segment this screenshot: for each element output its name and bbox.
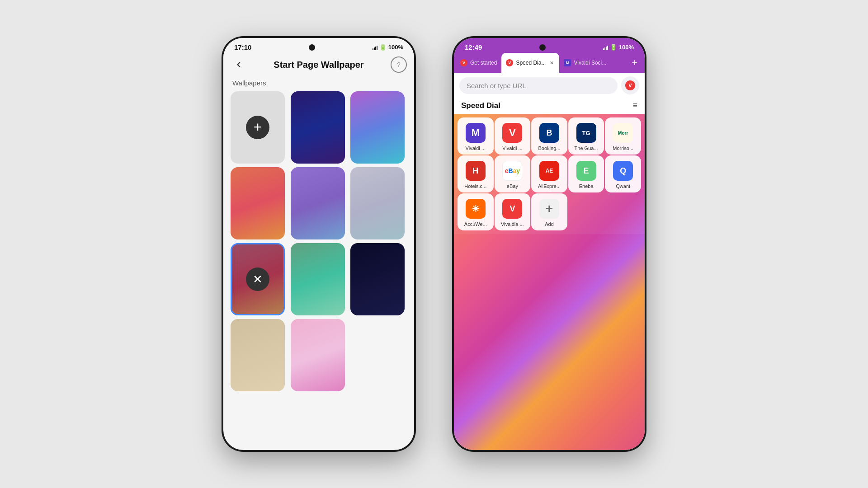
dial-item-aliexpress[interactable]: AE AliExpre...: [531, 155, 567, 192]
dial-label-4: The Gua...: [570, 145, 603, 151]
dial-item-morrisons[interactable]: Morr Morriso...: [605, 117, 641, 155]
dial-label-10: Qwant: [607, 183, 639, 189]
tab-label-3: Vivaldi Soci...: [574, 60, 606, 66]
filter-icon[interactable]: ≡: [632, 101, 637, 110]
dial-label-9: Eneba: [570, 183, 603, 189]
battery-icon-left: 🔋: [379, 44, 387, 51]
tab-label-2: Speed Dia...: [516, 60, 546, 66]
wallpaper-tile-2[interactable]: [350, 91, 405, 164]
help-button[interactable]: ?: [391, 56, 407, 73]
tab-close-button[interactable]: ✕: [548, 60, 555, 66]
dial-label-12: Vivaldia ...: [496, 221, 529, 227]
dial-icon-vivaldi1: V: [502, 123, 522, 143]
dial-item-ebay[interactable]: eBay eBay: [495, 155, 531, 192]
signal-icon-right: [603, 45, 608, 50]
speed-dial-header: Speed Dial ≡: [454, 98, 645, 114]
dial-item-eneba[interactable]: E Eneba: [568, 155, 604, 192]
status-time-right: 12:49: [465, 43, 482, 51]
dial-label-8: AliExpre...: [533, 183, 566, 189]
dial-label-6: Hotels.c...: [459, 183, 492, 189]
status-icons-right: 🔋 100%: [603, 44, 634, 51]
speed-dial-grid: M Vivaldi ... V Vivaldi ... B Booking...…: [454, 114, 645, 234]
dial-item-qwant[interactable]: Q Qwant: [605, 155, 641, 192]
status-bar-right: 12:49 🔋 100%: [454, 38, 645, 53]
tab-favicon-3: M: [564, 59, 571, 66]
dial-item-mastodon[interactable]: M Vivaldi ...: [458, 117, 494, 155]
wallpaper-tile-selected[interactable]: ✕: [231, 243, 285, 315]
dial-icon-mastodon: M: [466, 123, 486, 143]
wallpaper-tile-10[interactable]: [291, 319, 345, 391]
selected-overlay: ✕: [232, 244, 283, 314]
wallpaper-tile-9[interactable]: [231, 319, 285, 391]
deselect-icon: ✕: [246, 267, 269, 291]
wallpaper-header: Start Page Wallpaper ?: [223, 53, 414, 76]
tab-favicon-1: V: [460, 59, 467, 66]
dial-icon-morrisons: Morr: [613, 123, 633, 143]
dial-icon-qwant: Q: [613, 161, 633, 181]
wallpapers-section-label: Wallpapers: [223, 76, 414, 89]
dial-icon-accuweather: ☀: [466, 199, 486, 219]
dial-label-3: Booking...: [533, 145, 566, 151]
dial-item-accuweather[interactable]: ☀ AccuWe...: [458, 193, 494, 230]
dial-label-13: Add: [533, 221, 566, 227]
dial-icon-vivaldia: V: [502, 199, 522, 219]
url-bar[interactable]: Search or type URL: [459, 77, 618, 94]
left-phone-screen: 17:10 🔋 100% Start Page Wallpaper: [223, 38, 414, 450]
url-placeholder: Search or type URL: [467, 82, 610, 89]
new-tab-button[interactable]: +: [627, 53, 643, 73]
vivaldi-logo-icon: V: [625, 80, 635, 90]
battery-icon-right: 🔋: [610, 44, 617, 51]
wallpaper-grid: + ✕: [223, 89, 414, 393]
tab-bar: V Get started V Speed Dia... ✕ M Vivaldi…: [454, 53, 645, 73]
dial-icon-hotels: H: [466, 161, 486, 181]
status-time-left: 17:10: [234, 43, 251, 51]
wallpaper-tile-3[interactable]: [231, 167, 285, 239]
status-bar-left: 17:10 🔋 100%: [223, 38, 414, 53]
dial-item-add[interactable]: + Add: [531, 193, 567, 230]
dial-item-guardian[interactable]: TG The Gua...: [568, 117, 604, 155]
wallpaper-tile-1[interactable]: [291, 91, 345, 164]
dial-label-11: AccuWe...: [459, 221, 492, 227]
right-phone: 12:49 🔋 100% V Get started: [452, 36, 646, 452]
dial-icon-booking: B: [539, 123, 559, 143]
dial-icon-aliexpress: AE: [539, 161, 559, 181]
tab-get-started[interactable]: V Get started: [456, 53, 501, 73]
wallpaper-tile-5[interactable]: [350, 167, 405, 239]
dial-icon-eneba: E: [576, 161, 596, 181]
dial-icon-add: +: [539, 199, 559, 219]
vivaldi-menu-button[interactable]: V: [621, 76, 639, 94]
dial-label-1: Vivaldi ...: [459, 145, 492, 151]
wallpaper-tile-4[interactable]: [291, 167, 345, 239]
wallpaper-tile-7[interactable]: [291, 243, 345, 315]
dial-label-2: Vivaldi ...: [496, 145, 529, 151]
dial-item-vivaldi1[interactable]: V Vivaldi ...: [495, 117, 531, 155]
add-circle-icon: +: [246, 116, 269, 139]
back-button[interactable]: [231, 56, 247, 73]
tab-label-1: Get started: [470, 60, 497, 66]
url-bar-container: Search or type URL V: [454, 73, 645, 98]
left-phone: 17:10 🔋 100% Start Page Wallpaper: [222, 36, 416, 452]
add-wallpaper-tile[interactable]: +: [231, 91, 285, 164]
camera-notch-left: [309, 44, 315, 51]
tab-speed-dial[interactable]: V Speed Dia... ✕: [501, 53, 559, 73]
dial-label-5: Morriso...: [607, 145, 639, 151]
wallpaper-tile-8[interactable]: [350, 243, 405, 315]
signal-icon-left: [373, 45, 377, 50]
tab-favicon-2: V: [506, 59, 513, 66]
tab-vivaldi-social[interactable]: M Vivaldi Soci...: [559, 53, 611, 73]
dial-item-hotels[interactable]: H Hotels.c...: [458, 155, 494, 192]
status-icons-left: 🔋 100%: [373, 44, 403, 51]
camera-notch-right: [539, 44, 546, 51]
dial-label-7: eBay: [496, 183, 529, 189]
dial-item-vivaldia[interactable]: V Vivaldia ...: [495, 193, 531, 230]
dial-item-booking[interactable]: B Booking...: [531, 117, 567, 155]
speed-dial-title: Speed Dial: [461, 101, 500, 110]
page-title: Start Page Wallpaper: [247, 60, 391, 70]
speed-dial-background: M Vivaldi ... V Vivaldi ... B Booking...…: [454, 114, 645, 450]
right-phone-screen: 12:49 🔋 100% V Get started: [454, 38, 645, 450]
dial-icon-ebay: eBay: [502, 161, 522, 181]
dial-icon-guardian: TG: [576, 123, 596, 143]
